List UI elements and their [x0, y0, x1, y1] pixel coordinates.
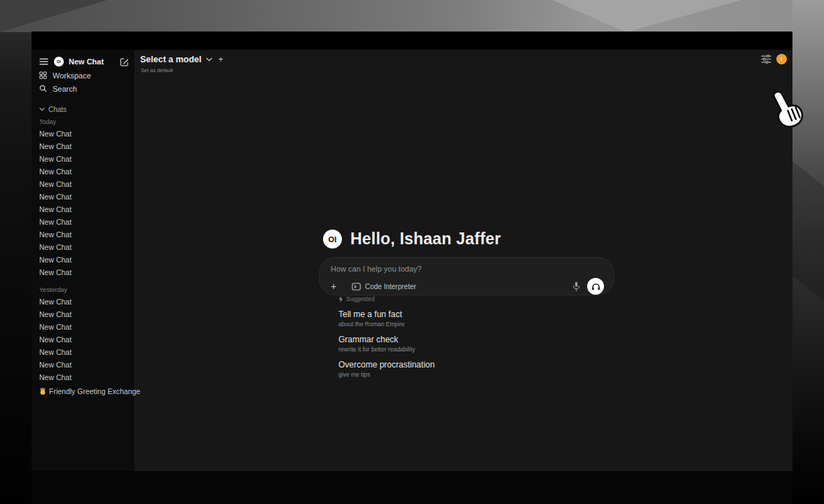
sidebar-item-workspace[interactable]: Workspace — [39, 69, 129, 82]
sidebar: OI New Chat Workspace Search — [32, 50, 135, 471]
add-model-button[interactable]: + — [219, 55, 224, 64]
suggested-prompt-subtitle: rewrite it for better readability — [338, 346, 434, 353]
attach-plus-button[interactable]: + — [331, 281, 341, 292]
chat-list-item[interactable]: New Chat — [39, 266, 129, 279]
model-selector-label: Select a model — [140, 55, 202, 64]
chat-list-item[interactable]: New Chat — [39, 371, 129, 384]
sidebar-title: New Chat — [69, 57, 120, 66]
chat-list-item[interactable]: New Chat — [39, 321, 129, 333]
chats-section-toggle[interactable]: Chats — [39, 104, 129, 115]
greeting: OI Hello, Ishaan Jaffer — [32, 230, 792, 248]
greeting-text: Hello, Ishaan Jaffer — [350, 230, 501, 248]
chat-group-label-today: Today — [39, 116, 129, 127]
suggested-prompts: Suggested Tell me a fun fact about the R… — [338, 295, 434, 378]
bolt-icon — [338, 296, 343, 302]
app-logo-icon: OI — [54, 57, 64, 66]
voice-mode-button[interactable] — [587, 278, 604, 295]
model-selector[interactable]: Select a model + — [140, 55, 224, 64]
chat-list-item[interactable]: New Chat — [39, 178, 129, 190]
wallpaper-bottom-strip — [32, 471, 792, 504]
suggested-prompt-title: Overcome procrastination — [338, 360, 434, 370]
message-composer[interactable]: How can I help you today? + Code Interpr… — [319, 257, 614, 295]
chat-list-item[interactable]: New Chat — [39, 333, 129, 346]
microphone-icon[interactable] — [572, 281, 580, 292]
chat-list-item[interactable]: New Chat — [39, 358, 129, 371]
wallpaper-left-strip — [0, 32, 32, 504]
screen: OI New Chat Workspace Search — [0, 0, 824, 504]
window-top-bar — [32, 31, 792, 50]
code-interpreter-toggle[interactable]: Code Interpreter — [352, 283, 416, 290]
user-avatar[interactable]: I — [776, 54, 787, 64]
sidebar-item-label: Workspace — [53, 71, 91, 80]
chat-list-item[interactable]: New Chat — [39, 140, 129, 153]
wave-hand-icon — [39, 388, 46, 395]
workspace-grid-icon — [39, 71, 47, 79]
suggested-prompt-title: Grammar check — [338, 335, 434, 344]
suggested-prompt-title: Tell me a fun fact — [338, 309, 434, 319]
suggested-header: Suggested — [338, 295, 434, 302]
code-interpreter-label: Code Interpreter — [365, 283, 416, 290]
chat-list-yesterday: New ChatNew ChatNew ChatNew ChatNew Chat… — [39, 295, 129, 384]
message-input[interactable]: How can I help you today? — [331, 265, 604, 273]
sidebar-item-search[interactable]: Search — [39, 82, 129, 95]
chevron-down-icon — [206, 57, 212, 62]
chat-group-label-yesterday: Yesterday — [39, 284, 129, 295]
app-logo-icon: OI — [323, 230, 342, 248]
sidebar-toggle-icon[interactable] — [39, 58, 48, 65]
chat-list-item[interactable]: New Chat — [39, 153, 129, 165]
chat-list-item[interactable]: New Chat — [39, 308, 129, 321]
suggested-prompt-subtitle: give me tips — [338, 371, 434, 378]
headphones-icon — [591, 283, 600, 290]
header-controls: I — [761, 54, 787, 64]
new-chat-icon[interactable] — [120, 57, 129, 66]
chat-list-today: New ChatNew ChatNew ChatNew ChatNew Chat… — [39, 127, 129, 279]
chat-list-item[interactable]: New Chat — [39, 165, 129, 178]
chat-list-item[interactable]: New Chat — [39, 127, 129, 140]
controls-sliders-icon[interactable] — [761, 55, 771, 64]
chat-list-item[interactable]: New Chat — [39, 190, 129, 203]
sidebar-header: OI New Chat — [39, 55, 129, 69]
suggested-label: Suggested — [346, 295, 375, 302]
suggested-list: Tell me a fun fact about the Roman Empir… — [338, 309, 434, 378]
app-window: OI New Chat Workspace Search — [32, 31, 792, 471]
suggested-prompt-subtitle: about the Roman Empire — [338, 321, 434, 328]
chat-list-item[interactable]: New Chat — [39, 295, 129, 308]
chat-list-item[interactable]: New Chat — [39, 216, 129, 228]
sidebar-item-label: Search — [53, 85, 77, 93]
suggested-prompt[interactable]: Overcome procrastination give me tips — [338, 360, 434, 378]
suggested-prompt[interactable]: Grammar check rewrite it for better read… — [338, 335, 434, 353]
chevron-down-icon — [39, 107, 45, 111]
chat-list-item[interactable]: New Chat — [39, 253, 129, 266]
search-icon — [39, 85, 47, 92]
chat-title: Friendly Greeting Exchange — [49, 387, 140, 396]
chat-list-item[interactable]: New Chat — [39, 203, 129, 216]
chats-header-label: Chats — [48, 106, 67, 113]
chat-list-item[interactable]: New Chat — [39, 346, 129, 358]
chat-list-item-friendly-greeting[interactable]: Friendly Greeting Exchange — [39, 385, 129, 398]
code-interpreter-icon — [352, 283, 361, 290]
set-as-default-link[interactable]: Set as default — [141, 67, 173, 74]
suggested-prompt[interactable]: Tell me a fun fact about the Roman Empir… — [338, 309, 434, 328]
